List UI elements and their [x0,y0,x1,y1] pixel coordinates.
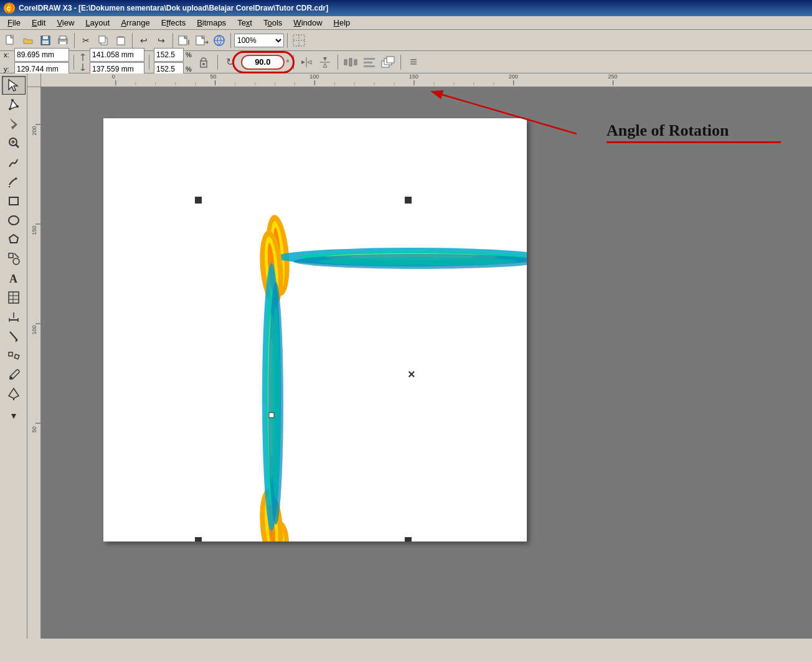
print-button[interactable] [55,32,71,49]
polygon-tool[interactable] [2,230,26,249]
scale-x-pct: % [186,51,192,59]
text-tool[interactable]: A [2,269,26,288]
annotation-underline [607,141,781,143]
sep-group [400,55,401,70]
basic-shapes-tool[interactable] [2,250,26,268]
canvas-area[interactable]: 0 50 100 150 200 250 [27,73,812,639]
svg-rect-44 [364,65,375,67]
export-button[interactable] [194,32,210,49]
svg-marker-52 [10,118,17,129]
zoom-dropdown[interactable]: 100% 75% 50% 200% [234,34,284,47]
sep1 [74,33,75,48]
svg-rect-40 [354,60,357,65]
import-button[interactable] [176,32,192,49]
zoom-tool[interactable] [2,134,26,152]
distribute-button[interactable] [342,54,359,70]
copy-button[interactable] [95,32,111,49]
scale-x-input[interactable] [154,48,184,62]
svg-rect-7 [42,40,49,44]
save-button[interactable] [37,32,54,49]
menu-window[interactable]: Window [288,17,327,29]
mirror-h-button[interactable] [298,54,314,70]
order-button[interactable] [380,54,396,70]
eyedropper-tool[interactable] [2,365,26,384]
export-web-button[interactable] [211,32,227,49]
smart-draw-tool[interactable] [2,172,26,191]
svg-rect-43 [364,62,372,63]
menu-arrange[interactable]: Arrange [116,17,154,29]
svg-rect-77 [14,354,19,359]
degree-symbol: ° [286,59,289,66]
ruler-left: 200 150 100 50 [27,87,41,639]
align-button[interactable] [361,54,377,70]
snap-button[interactable] [291,32,307,49]
menu-file[interactable]: File [2,17,26,29]
svg-text:200: 200 [31,126,37,135]
outline-tool[interactable] [2,404,26,423]
svg-marker-21 [207,40,209,44]
title-text: CorelDRAW X3 - [E:\Dokumen sementara\Dok… [19,4,328,12]
redo-button[interactable]: ↪ [153,32,169,49]
svg-rect-62 [9,253,13,258]
sep-size [149,55,149,70]
svg-rect-14 [117,37,125,45]
ruler-corner [27,73,41,87]
svg-point-49 [9,108,11,110]
fill-tool[interactable] [2,385,26,403]
svg-rect-6 [43,36,48,39]
canvas-content[interactable]: × Angle of Rotation [41,87,812,639]
ellipse-tool[interactable] [2,211,26,230]
open-button[interactable] [20,32,36,49]
svg-rect-10 [60,42,66,44]
select-tool[interactable] [2,76,26,95]
x-label: x: [4,51,12,59]
svg-text:100: 100 [309,73,319,80]
menu-edit[interactable]: Edit [27,17,50,29]
menu-bitmaps[interactable]: Bitmaps [192,17,231,29]
svg-rect-47 [387,57,394,63]
y-label: y: [4,65,12,73]
angle-input[interactable] [241,55,285,70]
svg-text:250: 250 [608,73,618,80]
menu-help[interactable]: Help [329,17,356,29]
lock-aspect-button[interactable] [196,54,212,70]
svg-marker-37 [323,57,327,61]
menu-view[interactable]: View [52,17,79,29]
freehand-tool[interactable] [2,153,26,172]
sep5 [287,33,288,48]
mirror-v-button[interactable] [317,54,333,70]
table-tool[interactable] [2,288,26,307]
new-button[interactable] [2,32,19,49]
scale-y-pct: % [186,65,192,73]
svg-text:150: 150 [31,225,37,235]
svg-rect-111 [27,87,40,585]
group-button[interactable]: ≡ [405,54,422,70]
svg-rect-66 [9,292,19,303]
width-input[interactable] [90,48,144,62]
ruler-top: 0 50 100 150 200 250 [41,73,812,87]
svg-marker-28 [80,54,85,55]
rect-tool[interactable] [2,192,26,210]
undo-button[interactable]: ↩ [136,32,152,49]
menu-effects[interactable]: Effects [156,17,191,29]
dimension-tool[interactable] [2,307,26,326]
svg-rect-9 [60,36,66,39]
svg-point-60 [9,216,19,225]
drawing-page[interactable] [103,118,527,541]
menu-tools[interactable]: Tools [258,17,287,29]
cut-button[interactable]: ✂ [78,32,94,49]
shape-tool[interactable] [2,95,26,114]
sep-dist [338,55,338,70]
svg-text:A: A [9,273,17,285]
svg-line-74 [10,332,17,340]
connector-tool[interactable] [2,327,26,345]
blend-tool[interactable] [2,346,26,365]
menu-bar: File Edit View Layout Arrange Effects Bi… [0,16,812,30]
annotation: Angle of Rotation [607,121,781,143]
menu-layout[interactable]: Layout [80,17,115,29]
rotate-icon[interactable]: ↻ [222,54,238,70]
menu-text[interactable]: Text [232,17,257,29]
crop-tool[interactable] [2,115,26,133]
x-input[interactable] [14,48,69,62]
paste-button[interactable] [113,32,129,49]
